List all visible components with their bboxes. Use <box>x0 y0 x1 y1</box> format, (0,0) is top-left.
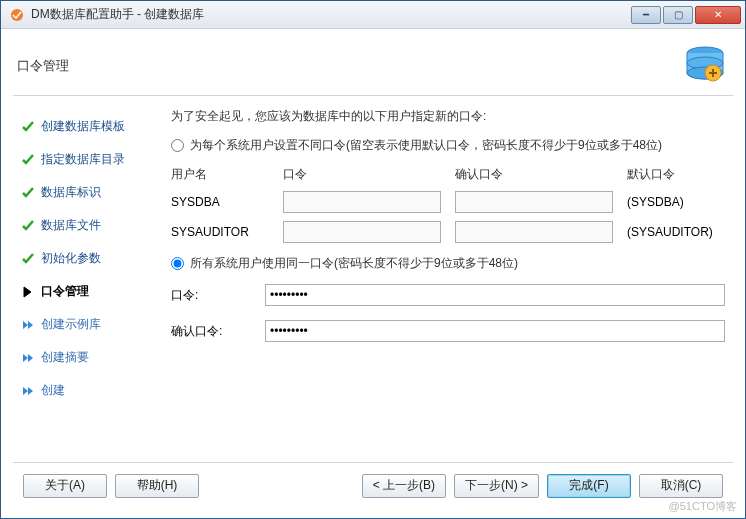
sysdba-confirm-input[interactable] <box>455 191 613 213</box>
check-icon <box>21 186 35 200</box>
radio-different-input[interactable] <box>171 139 184 152</box>
default-cell: (SYSAUDITOR) <box>627 225 725 239</box>
maximize-button[interactable]: ▢ <box>663 6 693 24</box>
back-button[interactable]: < 上一步(B) <box>362 474 446 498</box>
password-table: 用户名 口令 确认口令 默认口令 SYSDBA (SYSDBA) SYSAUDI… <box>171 166 725 243</box>
check-icon <box>21 219 35 233</box>
col-user: 用户名 <box>171 166 269 183</box>
step-label: 口令管理 <box>41 283 89 300</box>
col-confirm: 确认口令 <box>455 166 613 183</box>
app-window: DM数据库配置助手 - 创建数据库 ━ ▢ ✕ 口令管理 <box>0 0 746 519</box>
pwd-label: 口令: <box>171 287 251 304</box>
titlebar: DM数据库配置助手 - 创建数据库 ━ ▢ ✕ <box>1 1 745 29</box>
radio-same-input[interactable] <box>171 257 184 270</box>
minimize-button[interactable]: ━ <box>631 6 661 24</box>
step-password[interactable]: 口令管理 <box>19 275 159 308</box>
arrow-right-icon <box>21 285 35 299</box>
col-default: 默认口令 <box>627 166 725 183</box>
step-label: 创建数据库模板 <box>41 118 125 135</box>
check-icon <box>21 153 35 167</box>
footer: 关于(A) 帮助(H) < 上一步(B) 下一步(N) > 完成(F) 取消(C… <box>13 462 733 508</box>
finish-button[interactable]: 完成(F) <box>547 474 631 498</box>
window-title: DM数据库配置助手 - 创建数据库 <box>31 6 631 23</box>
next-button[interactable]: 下一步(N) > <box>454 474 539 498</box>
step-sample-db[interactable]: 创建示例库 <box>19 308 159 341</box>
fast-forward-icon <box>21 318 35 332</box>
same-pwd-input[interactable] <box>265 284 725 306</box>
close-button[interactable]: ✕ <box>695 6 741 24</box>
section-title: 口令管理 <box>13 57 69 75</box>
divider <box>13 95 733 96</box>
step-label: 初始化参数 <box>41 250 101 267</box>
step-label: 创建摘要 <box>41 349 89 366</box>
svg-point-0 <box>11 9 23 21</box>
radio-different-passwords[interactable]: 为每个系统用户设置不同口令(留空表示使用默认口令，密码长度不得少于9位或多于48… <box>171 137 725 154</box>
body: 创建数据库模板 指定数据库目录 数据库标识 数据库文件 初始化参数 口令管理 创… <box>13 104 733 462</box>
fast-forward-icon <box>21 384 35 398</box>
sysauditor-pwd-input[interactable] <box>283 221 441 243</box>
step-summary[interactable]: 创建摘要 <box>19 341 159 374</box>
content-area: 口令管理 创建数据库模板 <box>1 29 745 518</box>
radio-same-label: 所有系统用户使用同一口令(密码长度不得少于9位或多于48位) <box>190 255 518 272</box>
user-cell: SYSDBA <box>171 195 269 209</box>
col-pwd: 口令 <box>283 166 441 183</box>
sysauditor-confirm-input[interactable] <box>455 221 613 243</box>
check-icon <box>21 252 35 266</box>
same-confirm-input[interactable] <box>265 320 725 342</box>
app-icon <box>9 7 25 23</box>
step-label: 数据库标识 <box>41 184 101 201</box>
header-row: 口令管理 <box>13 39 733 93</box>
main-panel: 为了安全起见，您应该为数据库中的以下用户指定新的口令: 为每个系统用户设置不同口… <box>159 104 733 462</box>
confirm-label: 确认口令: <box>171 323 251 340</box>
radio-different-label: 为每个系统用户设置不同口令(留空表示使用默认口令，密码长度不得少于9位或多于48… <box>190 137 662 154</box>
check-icon <box>21 120 35 134</box>
cancel-button[interactable]: 取消(C) <box>639 474 723 498</box>
fast-forward-icon <box>21 351 35 365</box>
help-button[interactable]: 帮助(H) <box>115 474 199 498</box>
step-label: 指定数据库目录 <box>41 151 125 168</box>
step-create[interactable]: 创建 <box>19 374 159 407</box>
step-create-template[interactable]: 创建数据库模板 <box>19 110 159 143</box>
step-init-params[interactable]: 初始化参数 <box>19 242 159 275</box>
sysdba-pwd-input[interactable] <box>283 191 441 213</box>
user-cell: SYSAUDITOR <box>171 225 269 239</box>
step-db-files[interactable]: 数据库文件 <box>19 209 159 242</box>
wizard-steps: 创建数据库模板 指定数据库目录 数据库标识 数据库文件 初始化参数 口令管理 创… <box>13 104 159 462</box>
instruction-text: 为了安全起见，您应该为数据库中的以下用户指定新的口令: <box>171 108 725 125</box>
step-label: 创建 <box>41 382 65 399</box>
step-db-dir[interactable]: 指定数据库目录 <box>19 143 159 176</box>
step-db-id[interactable]: 数据库标识 <box>19 176 159 209</box>
step-label: 创建示例库 <box>41 316 101 333</box>
radio-same-password[interactable]: 所有系统用户使用同一口令(密码长度不得少于9位或多于48位) <box>171 255 725 272</box>
window-buttons: ━ ▢ ✕ <box>631 6 741 24</box>
database-icon <box>663 39 733 93</box>
about-button[interactable]: 关于(A) <box>23 474 107 498</box>
same-password-form: 口令: 确认口令: <box>171 284 725 342</box>
default-cell: (SYSDBA) <box>627 195 725 209</box>
step-label: 数据库文件 <box>41 217 101 234</box>
